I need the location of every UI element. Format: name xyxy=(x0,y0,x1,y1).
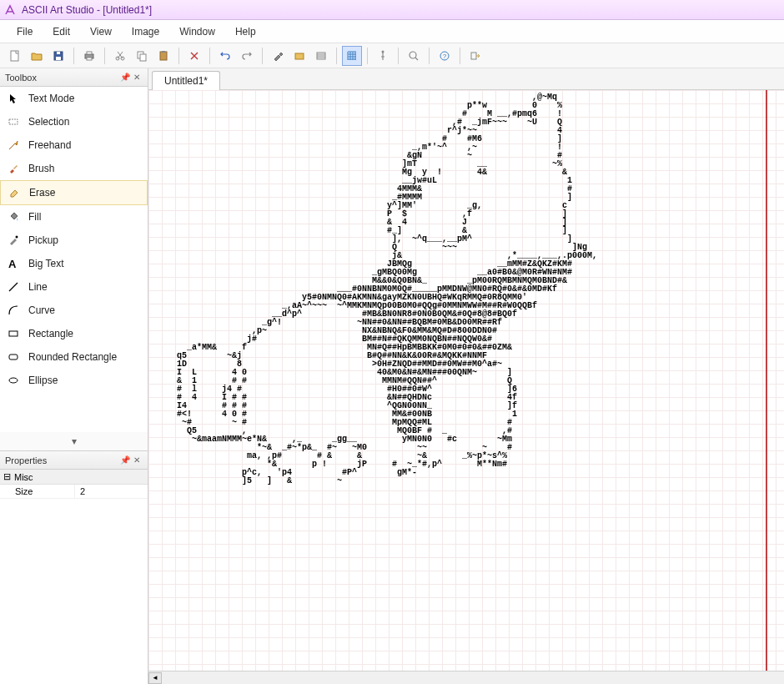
svg-rect-24 xyxy=(9,355,18,360)
tool-ellipse[interactable]: Ellipse xyxy=(0,369,148,392)
cursor-icon xyxy=(7,92,20,105)
separator xyxy=(104,48,105,64)
bigtext-icon: A xyxy=(7,257,20,270)
tool-label: Rectangle xyxy=(28,328,73,339)
tab-untitled1[interactable]: Untitled1* xyxy=(152,71,220,90)
curve-icon xyxy=(7,304,20,317)
svg-rect-20 xyxy=(9,119,18,124)
pin-button[interactable] xyxy=(373,46,393,66)
window-title: ASCII Art Studio - [Untitled1*] xyxy=(22,4,152,16)
svg-rect-12 xyxy=(162,51,165,53)
svg-rect-11 xyxy=(160,52,167,60)
prop-category[interactable]: ⊟ Misc xyxy=(0,470,148,485)
titlebar: ASCII Art Studio - [Untitled1*] xyxy=(0,0,784,20)
help-button[interactable]: ? xyxy=(435,46,455,66)
toolbar: ? xyxy=(0,43,784,68)
tool-label: Freehand xyxy=(28,139,71,151)
paste-button[interactable] xyxy=(153,46,173,66)
list-button[interactable] xyxy=(311,46,331,66)
ascii-canvas[interactable]: ,@~Mq p**w 0 % # M __,#pmq6 ! xyxy=(148,90,784,671)
menu-view[interactable]: View xyxy=(80,23,122,41)
scroll-left-icon[interactable]: ◄ xyxy=(148,672,162,684)
collapse-icon: ⊟ xyxy=(3,471,11,482)
tab-bar: Untitled1* xyxy=(148,68,784,90)
menu-window[interactable]: Window xyxy=(169,23,225,41)
tool-label: Curve xyxy=(28,304,55,316)
tool-label: Pickup xyxy=(28,234,58,246)
copy-button[interactable] xyxy=(132,46,152,66)
toolbox-header: Toolbox 📌 ✕ xyxy=(0,68,148,87)
svg-rect-2 xyxy=(56,57,61,60)
selection-icon xyxy=(7,115,20,128)
svg-rect-5 xyxy=(87,52,92,54)
erase-icon xyxy=(8,186,21,199)
tool-selection[interactable]: Selection xyxy=(0,110,148,133)
canvas-wrap: ,@~Mq p**w 0 % # M __,#pmq6 ! xyxy=(148,90,784,671)
fill-icon xyxy=(7,210,20,224)
pin-icon[interactable]: 📌 xyxy=(119,72,131,83)
tool-rectangle[interactable]: Rectangle xyxy=(0,322,148,345)
separator xyxy=(209,48,210,64)
save-button[interactable] xyxy=(48,46,68,66)
close-icon[interactable]: ✕ xyxy=(131,455,143,466)
close-icon[interactable]: ✕ xyxy=(131,72,143,83)
undo-button[interactable] xyxy=(215,46,235,66)
exit-button[interactable] xyxy=(465,46,485,66)
menubar: File Edit View Image Window Help xyxy=(0,20,784,43)
grid-button[interactable] xyxy=(342,46,362,66)
tool-fill[interactable]: Fill xyxy=(0,205,148,229)
toolbox-more[interactable]: ▾ xyxy=(0,432,148,450)
menu-edit[interactable]: Edit xyxy=(43,23,80,41)
app-icon xyxy=(3,3,17,17)
tool-freehand[interactable]: Freehand xyxy=(0,133,148,157)
folder-button[interactable] xyxy=(289,46,309,66)
separator xyxy=(398,48,399,64)
menu-image[interactable]: Image xyxy=(122,23,169,41)
tool-label: Fill xyxy=(28,211,41,223)
pickup-icon xyxy=(7,234,20,247)
separator xyxy=(262,48,263,64)
prop-row: Size 2 xyxy=(0,485,148,499)
properties-panel: Properties 📌 ✕ ⊟ Misc Size 2 xyxy=(0,450,148,684)
tool-pickup[interactable]: Pickup xyxy=(0,229,148,252)
horizontal-scrollbar[interactable]: ◄ xyxy=(148,671,784,684)
print-button[interactable] xyxy=(79,46,99,66)
new-button[interactable] xyxy=(5,46,25,66)
margin-guide xyxy=(766,90,767,671)
prop-category-label: Misc xyxy=(14,472,33,482)
tool-bigtext[interactable]: ABig Text xyxy=(0,252,148,275)
cut-button[interactable] xyxy=(110,46,130,66)
ellipse-icon xyxy=(7,374,20,387)
svg-text:A: A xyxy=(8,258,17,269)
tool-label: Ellipse xyxy=(28,375,58,386)
properties-header: Properties 📌 ✕ xyxy=(0,451,148,470)
tool-label: Selection xyxy=(28,116,69,128)
tool-erase[interactable]: Erase xyxy=(0,180,148,205)
svg-rect-13 xyxy=(295,53,304,59)
rectangle-icon xyxy=(7,327,20,340)
tool-line[interactable]: Line xyxy=(0,275,148,299)
prop-name: Size xyxy=(0,485,75,498)
toolbox-title: Toolbox xyxy=(5,73,119,83)
tool-label: Rounded Rectangle xyxy=(28,351,117,363)
pin-icon[interactable]: 📌 xyxy=(119,455,131,466)
menu-file[interactable]: File xyxy=(7,23,43,41)
tools-button[interactable] xyxy=(268,46,288,66)
svg-point-16 xyxy=(410,52,416,58)
svg-rect-19 xyxy=(471,53,476,59)
menu-help[interactable]: Help xyxy=(225,23,266,41)
tool-cursor[interactable]: Text Mode xyxy=(0,87,148,110)
toolbox-list: Text ModeSelectionFreehandBrushEraseFill… xyxy=(0,87,148,432)
prop-value[interactable]: 2 xyxy=(75,485,148,498)
tool-curve[interactable]: Curve xyxy=(0,299,148,322)
tool-label: Brush xyxy=(28,163,54,174)
delete-button[interactable] xyxy=(184,46,204,66)
tool-rounded[interactable]: Rounded Rectangle xyxy=(0,345,148,369)
tool-brush[interactable]: Brush xyxy=(0,157,148,180)
properties-title: Properties xyxy=(5,455,119,465)
redo-button[interactable] xyxy=(237,46,257,66)
separator xyxy=(429,48,430,64)
freehand-icon xyxy=(7,138,20,152)
zoom-button[interactable] xyxy=(404,46,424,66)
open-button[interactable] xyxy=(27,46,47,66)
